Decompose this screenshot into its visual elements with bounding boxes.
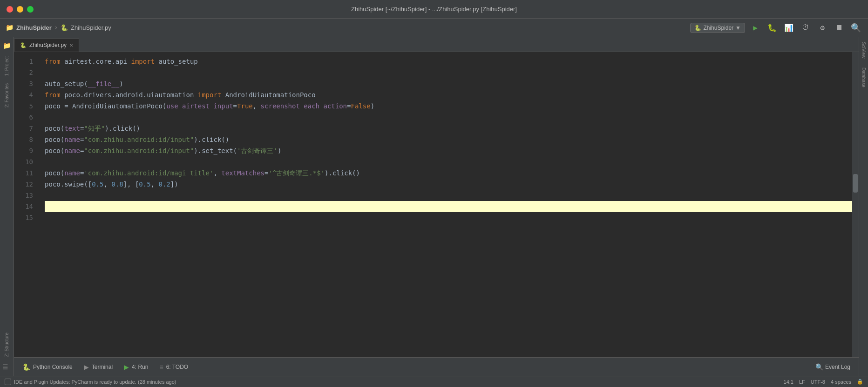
nav-file-name[interactable]: ZhihuSpider.py	[71, 24, 111, 31]
python-console-button[interactable]: 🐍 Python Console	[18, 361, 77, 373]
run-label: 4: Run	[132, 364, 148, 370]
line-num-6: 6	[14, 112, 37, 123]
project-name[interactable]: ZhihuSpider	[16, 24, 52, 31]
tab-python-icon: 🐍	[20, 42, 27, 48]
run-config-selector[interactable]: 🐍 ZhihuSpider ▼	[690, 23, 745, 33]
line-num-10: 10	[14, 156, 37, 167]
maximize-button[interactable]	[27, 6, 34, 13]
run-button[interactable]: ▶	[749, 21, 762, 34]
line-num-7: 7	[14, 123, 37, 134]
code-line-6	[45, 112, 852, 123]
minimize-button[interactable]	[17, 6, 23, 13]
code-line-14	[45, 201, 852, 212]
nav-right-tools: 🐍 ZhihuSpider ▼ ▶ 🐛 📊 ⏱ ⚙ ⏹ 🔍	[690, 21, 862, 34]
event-log-button[interactable]: 🔍 Event Log	[811, 361, 855, 373]
code-editor[interactable]: from airtest.core.api import auto_setup …	[37, 52, 852, 357]
tab-label: ZhihuSpider.py	[29, 42, 67, 48]
line-num-14: 14	[14, 201, 37, 212]
code-line-9: poco(name="com.zhihu.android:id/input").…	[45, 145, 852, 156]
sidebar-item-project[interactable]: 1: Project	[2, 53, 11, 80]
line-numbers: 1 2 3 4 5 6 7 8 9 10 11 12 13 14 15	[14, 52, 37, 357]
terminal-icon: ▶	[84, 363, 89, 371]
sidebar-item-structure[interactable]: Z: Structure	[2, 329, 11, 360]
python-console-icon: 🐍	[22, 363, 30, 371]
code-line-7: poco(text="知乎").click()	[45, 123, 852, 134]
editor-body: 🐍 ZhihuSpider.py ✕ 1 2 3 4 5 6 7 8 9 10 …	[14, 37, 859, 376]
traffic-lights	[7, 6, 34, 13]
status-left: IDE and Plugin Updates: PyCharm is ready…	[5, 379, 176, 385]
build-button[interactable]: ⚙	[816, 21, 829, 34]
line-num-15: 15	[14, 212, 37, 223]
line-num-12: 12	[14, 179, 37, 190]
run-config-icon: 🐍	[694, 25, 701, 31]
python-file-icon: 🐍	[61, 24, 68, 32]
line-ending[interactable]: LF	[799, 379, 805, 385]
line-num-4: 4	[14, 89, 37, 100]
code-line-10	[45, 156, 852, 167]
window-title: ZhihuSpider [~/ZhihuSpider] - .../ZhihuS…	[351, 6, 517, 13]
main-area: 📁 1: Project 2: Favorites Z: Structure ☰…	[0, 37, 868, 376]
line-num-13: 13	[14, 190, 37, 201]
sidebar-item-database[interactable]: Database	[860, 63, 867, 92]
line-num-11: 11	[14, 167, 37, 179]
search-everywhere-button[interactable]: 🔍	[849, 21, 862, 34]
code-line-1: from airtest.core.api import auto_setup	[45, 56, 852, 67]
terminal-label: Terminal	[92, 364, 113, 370]
sidebar-icon-bottom[interactable]: ☰	[2, 360, 11, 374]
run-config-name: ZhihuSpider	[703, 25, 733, 31]
cursor-position[interactable]: 14:1	[784, 379, 793, 385]
sidebar-item-sciview[interactable]: SciView	[860, 37, 867, 63]
line-num-9: 9	[14, 145, 37, 156]
file-tabs: 🐍 ZhihuSpider.py ✕	[14, 37, 859, 52]
project-folder-icon: 📁	[6, 24, 14, 32]
todo-label: 6: TODO	[166, 364, 189, 370]
right-sidebar: SciView Database	[859, 37, 868, 376]
line-num-2: 2	[14, 67, 37, 78]
sidebar-icon-top[interactable]: 📁	[3, 39, 11, 53]
debug-button[interactable]: 🐛	[766, 21, 779, 34]
code-line-5: poco = AndroidUiautomationPoco(use_airte…	[45, 100, 852, 112]
todo-button[interactable]: ≡ 6: TODO	[155, 361, 193, 373]
run-tool-button[interactable]: ▶ 4: Run	[119, 361, 153, 373]
line-num-8: 8	[14, 134, 37, 145]
terminal-button[interactable]: ▶ Terminal	[79, 361, 117, 373]
run-tool-icon: ▶	[124, 363, 129, 371]
scrollbar-thumb[interactable]	[853, 174, 858, 193]
indent[interactable]: 4 spaces	[831, 379, 851, 385]
line-num-5: 5	[14, 100, 37, 112]
stop-button[interactable]: ⏹	[833, 21, 846, 34]
code-line-4: from poco.drivers.android.uiautomation i…	[45, 89, 852, 100]
event-log-icon: 🔍	[815, 363, 823, 371]
status-update-icon[interactable]	[5, 379, 11, 385]
line-num-3: 3	[14, 78, 37, 89]
bottom-toolbar: 🐍 Python Console ▶ Terminal ▶ 4: Run ≡ 6…	[14, 357, 859, 376]
event-log-label: Event Log	[825, 364, 850, 370]
editor-scrollbar[interactable]	[852, 52, 859, 357]
run-config-dropdown-arrow: ▼	[735, 25, 741, 31]
code-line-11: poco(name='com.zhihu.android:id/magi_tit…	[45, 167, 852, 179]
code-line-15	[45, 212, 852, 223]
left-sidebar: 📁 1: Project 2: Favorites Z: Structure ☰	[0, 37, 14, 376]
status-bar: IDE and Plugin Updates: PyCharm is ready…	[0, 376, 868, 387]
code-line-13	[45, 190, 852, 201]
profile-button[interactable]: ⏱	[799, 21, 812, 34]
line-num-1: 1	[14, 56, 37, 67]
coverage-button[interactable]: 📊	[782, 21, 795, 34]
breadcrumb-separator: ›	[54, 25, 58, 31]
code-line-8: poco(name="com.zhihu.android:id/input").…	[45, 134, 852, 145]
status-right: 14:1 LF UTF-8 4 spaces 🔒	[784, 379, 863, 385]
title-bar: ZhihuSpider [~/ZhihuSpider] - .../ZhihuS…	[0, 0, 868, 19]
sidebar-item-favorites[interactable]: 2: Favorites	[2, 80, 11, 111]
code-line-2	[45, 67, 852, 78]
python-console-label: Python Console	[33, 364, 73, 370]
encoding[interactable]: UTF-8	[811, 379, 825, 385]
nav-bar: 📁 ZhihuSpider › 🐍 ZhihuSpider.py 🐍 Zhihu…	[0, 19, 868, 37]
file-tab-zhihuspider[interactable]: 🐍 ZhihuSpider.py ✕	[14, 39, 79, 52]
status-message: IDE and Plugin Updates: PyCharm is ready…	[14, 379, 176, 385]
code-line-3: auto_setup(__file__)	[45, 78, 852, 89]
git-icon: 🔒	[857, 379, 863, 385]
editor-content[interactable]: 1 2 3 4 5 6 7 8 9 10 11 12 13 14 15 from…	[14, 52, 859, 357]
tab-close-button[interactable]: ✕	[69, 43, 73, 48]
todo-icon: ≡	[159, 363, 163, 371]
close-button[interactable]	[7, 6, 13, 13]
